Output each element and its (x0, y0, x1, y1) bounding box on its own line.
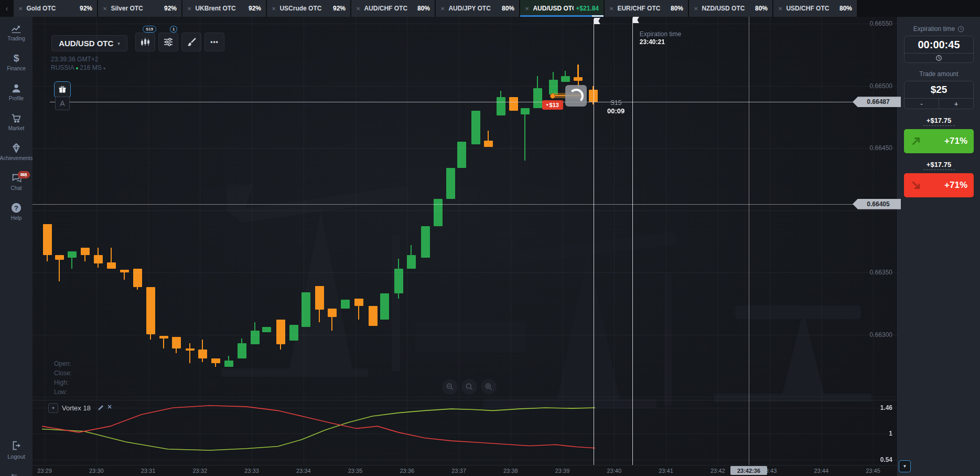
v-gridline (148, 17, 149, 465)
close-tab-icon[interactable]: ✕ (18, 6, 23, 12)
server-status[interactable]: RUSSIA ● 216 MS ▾ (51, 64, 105, 71)
expiration-time-value[interactable]: 00:00:45 (904, 36, 973, 53)
close-tab-icon[interactable]: ✕ (694, 6, 698, 12)
trade-amount-input[interactable]: $25 - + (904, 81, 974, 109)
close-tab-icon[interactable]: ✕ (187, 6, 191, 12)
drawing-tools-button[interactable] (181, 33, 201, 51)
help-circle-icon[interactable]: ? (957, 26, 964, 33)
close-tab-icon[interactable]: ✕ (525, 6, 529, 12)
v-gridline (770, 17, 770, 465)
asset-tab-silver-otc[interactable]: ✕Silver OTC92% (98, 0, 181, 17)
asset-tab-aud-usd-otc[interactable]: ✕AUD/USD OTC+$21.84 (520, 0, 604, 17)
expiration-time-input[interactable]: 00:00:45 (904, 36, 974, 63)
current-price-badge: 0.66487 (853, 97, 901, 107)
indicator-name: Vortex 18 (62, 404, 91, 412)
indicators-button[interactable] (158, 33, 178, 51)
candle-body (94, 255, 103, 264)
asset-tab-ukbrent-otc[interactable]: ✕UKBrent OTC92% (182, 0, 266, 17)
indicator-axis-label: 1.46 (844, 404, 892, 411)
gift-button[interactable] (54, 81, 71, 98)
tab-asset-name: UKBrent OTC (195, 5, 246, 12)
v-gridline (821, 17, 822, 465)
close-tab-icon[interactable]: ✕ (440, 6, 445, 12)
candle-body (471, 111, 480, 144)
time-axis-label: 23:29 (31, 468, 58, 474)
zoom-reset-button[interactable] (461, 379, 477, 395)
candle-body (301, 292, 310, 327)
v-gridline (563, 17, 563, 465)
arrow-down-right-icon (910, 179, 922, 191)
sidebar-item-profile[interactable]: Profile (0, 77, 33, 107)
spinner-arc-icon (569, 89, 584, 103)
sidebar-item-chat[interactable]: Chat✉8 (0, 166, 33, 196)
candle-body (172, 337, 181, 348)
collapse-indicator-button[interactable]: ▼ (899, 460, 911, 472)
help-icon: ? (10, 202, 22, 214)
v-gridline (407, 17, 407, 465)
ohlc-legend-row: Close: (54, 368, 72, 378)
vortex-line-vi (42, 408, 595, 450)
arrow-up-right-icon (910, 135, 922, 147)
ohlc-legend-row: High: (54, 378, 72, 387)
close-tab-icon[interactable]: ✕ (609, 6, 613, 12)
expiration-clock-button[interactable] (904, 53, 973, 62)
candle-body (186, 348, 195, 351)
asset-tab-gold-otc[interactable]: ✕Gold OTC92% (14, 0, 97, 17)
trade-panel: Expiration time ? 00:00:45 Trade amount … (897, 17, 980, 476)
zoom-in-button[interactable] (481, 379, 497, 395)
time-axis-label: 23:31 (135, 468, 161, 474)
price-alert-marker[interactable]: A (55, 97, 70, 110)
magnifier-minus-icon (446, 383, 454, 391)
edit-pencil-icon[interactable] (98, 404, 104, 411)
zoom-out-button[interactable] (442, 379, 458, 395)
close-tab-icon[interactable]: ✕ (778, 6, 782, 12)
logout-icon (10, 440, 22, 451)
asset-tab-eur-chf-otc[interactable]: ✕EUR/CHF OTC80% (605, 0, 688, 17)
price-axis-label: 0.66450 (834, 144, 892, 152)
tab-asset-name: AUD/JPY OTC (448, 5, 500, 12)
sidebar-item-market[interactable]: Market (0, 107, 33, 136)
entry-candle-wick (578, 65, 579, 87)
asset-tab-aud-jpy-otc[interactable]: ✕AUD/JPY OTC80% (436, 0, 519, 17)
close-tab-icon[interactable]: ✕ (356, 6, 360, 12)
close-tab-icon[interactable]: ✕ (272, 6, 276, 12)
sell-button[interactable]: +71% (904, 173, 974, 197)
indicator-collapse-button[interactable]: ▾ (48, 403, 58, 413)
asset-tab-uscrude-otc[interactable]: ✕USCrude OTC92% (267, 0, 350, 17)
buy-payout-percent: +71% (944, 136, 967, 146)
sidebar-item-help[interactable]: ?Help (0, 196, 33, 226)
amount-decrease-button[interactable]: - (904, 99, 939, 109)
arrow-down-small-icon: ▾ (546, 103, 548, 107)
amount-increase-button[interactable]: + (939, 99, 973, 109)
h-gridline (33, 397, 898, 397)
tabs-scroll-left-icon[interactable]: ‹ (0, 0, 14, 17)
sidebar-item-finance[interactable]: $Finance (0, 47, 33, 77)
buy-button[interactable]: +71% (904, 129, 974, 153)
trade-amount-value[interactable]: $25 (904, 81, 973, 98)
more-options-button[interactable]: ••• (204, 33, 224, 51)
ping-value: 216 MS (80, 64, 101, 71)
sidebar-item-achievements[interactable]: Achievements (0, 136, 33, 166)
indicator-remove-icon[interactable]: × (107, 403, 112, 411)
timeframe-button[interactable] (135, 33, 155, 51)
tab-asset-name: Silver OTC (111, 5, 162, 12)
tab-payout-percent: 80% (417, 5, 430, 12)
tab-payout-percent: 92% (249, 5, 261, 12)
asset-tab-nzd-usd-otc[interactable]: ✕NZD/USD OTC80% (689, 0, 772, 17)
close-tab-icon[interactable]: ✕ (103, 6, 107, 12)
vortex-indicator-plot (33, 400, 898, 465)
sidebar-item-trading[interactable]: Trading (0, 17, 33, 47)
sidebar-item-label: Achievements (0, 155, 33, 161)
sidebar-item-logout[interactable]: Logout (0, 440, 33, 460)
symbol-selector[interactable]: AUD/USD OTC ▾ (51, 35, 127, 51)
tab-asset-name: NZD/USD OTC (702, 5, 753, 12)
chevron-down-icon: ▾ (117, 41, 120, 46)
sidebar-item-label: Chat (10, 185, 21, 191)
asset-tab-aud-chf-otc[interactable]: ✕AUD/CHF OTC80% (351, 0, 435, 17)
trading-app: ‹ ✕Gold OTC92%✕Silver OTC92%✕UKBrent OTC… (0, 0, 980, 476)
sidebar: Trading$FinanceProfileMarketAchievements… (0, 17, 33, 476)
asset-tab-usd-chf-otc[interactable]: ✕USD/CHF OTC80% (773, 0, 857, 17)
sidebar-collapse-arrow-icon[interactable]: ← (9, 468, 19, 476)
time-axis-label: 23:39 (550, 468, 576, 474)
v-gridline (614, 17, 615, 465)
